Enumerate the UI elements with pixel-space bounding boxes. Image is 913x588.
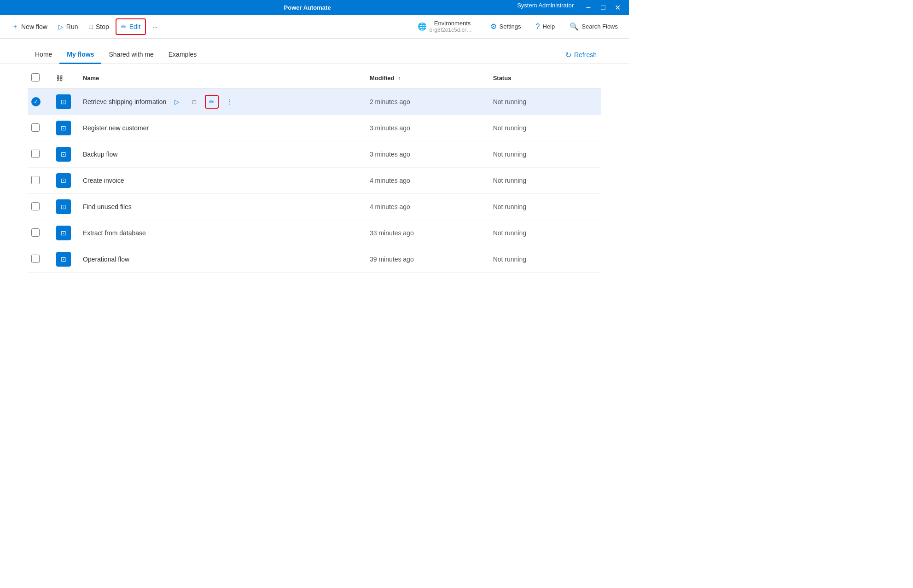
table-row: ⊡Backup flow3 minutes agoNot running (28, 141, 601, 168)
row-name: Extract from database (79, 220, 366, 246)
row-modified: 3 minutes ago (366, 141, 489, 168)
row-icon-cell: ⊡ (52, 220, 79, 246)
title-bar: Power Automate System Administrator – □ … (0, 0, 629, 15)
help-icon: ? (536, 23, 540, 31)
row-modified: 39 minutes ago (366, 246, 489, 273)
search-icon: 🔍 (570, 22, 579, 31)
status-column-header: Status (489, 68, 601, 89)
row-status: Not running (489, 220, 601, 246)
app-title: Power Automate (284, 4, 331, 11)
row-checkbox[interactable] (31, 228, 40, 237)
selected-check-indicator: ✓ (31, 97, 41, 106)
search-button[interactable]: 🔍 Search Flows (566, 19, 622, 34)
row-status: Not running (489, 168, 601, 194)
table-row: ⊡Extract from database33 minutes agoNot … (28, 220, 601, 246)
row-edit-button[interactable]: ✏ (205, 95, 219, 109)
flows-table: ⛓ Name Modified ↑ Status ✓⊡Retrieve ship… (28, 68, 601, 273)
row-checkbox-cell (28, 246, 52, 273)
row-name: Backup flow (79, 141, 366, 168)
minimize-button[interactable]: – (583, 2, 594, 13)
row-status: Not running (489, 89, 601, 115)
tab-shared-with-me[interactable]: Shared with me (101, 46, 161, 64)
plus-icon: ＋ (12, 23, 18, 31)
main-content: ⛓ Name Modified ↑ Status ✓⊡Retrieve ship… (0, 68, 629, 273)
row-run-button[interactable]: ▷ (170, 95, 184, 109)
row-checkbox-cell: ✓ (28, 89, 52, 115)
help-button[interactable]: ? Help (532, 20, 559, 34)
checkbox-icon: □ (192, 99, 196, 105)
row-name: Retrieve shipping information▷□✏⋮ (79, 89, 366, 115)
stop-button[interactable]: □ Stop (84, 18, 113, 35)
flow-type-icon: ⊡ (56, 147, 71, 162)
more-icon: ⋮ (226, 98, 233, 105)
flow-name-text: Extract from database (83, 229, 146, 237)
row-modified: 33 minutes ago (366, 220, 489, 246)
user-label: System Administrator (517, 2, 574, 13)
flow-type-icon: ⊡ (56, 199, 71, 214)
select-all-checkbox[interactable] (31, 73, 40, 82)
nav-tabs: Home My flows Shared with me Examples (28, 46, 204, 64)
row-name: Operational flow (79, 246, 366, 273)
table-row: ✓⊡Retrieve shipping information▷□✏⋮2 min… (28, 89, 601, 115)
tab-my-flows[interactable]: My flows (59, 46, 101, 64)
flow-type-icon: ⊡ (56, 226, 71, 240)
row-name: Create invoice (79, 168, 366, 194)
row-modified: 3 minutes ago (366, 115, 489, 141)
row-checkbox-cell (28, 115, 52, 141)
row-status: Not running (489, 115, 601, 141)
tab-home[interactable]: Home (28, 46, 59, 64)
icon-col-header: ⛓ (52, 68, 79, 89)
more-button[interactable]: ··· (148, 18, 163, 35)
row-name: Find unused files (79, 194, 366, 220)
flow-type-icon: ⊡ (56, 94, 71, 109)
row-icon-cell: ⊡ (52, 115, 79, 141)
row-select-button[interactable]: □ (187, 95, 201, 109)
row-checkbox[interactable] (31, 176, 40, 184)
row-icon-cell: ⊡ (52, 89, 79, 115)
environments-icon: 🌐 (418, 22, 427, 31)
row-icon-cell: ⊡ (52, 168, 79, 194)
row-checkbox-cell (28, 220, 52, 246)
name-column-header: Name (79, 68, 366, 89)
row-icon-cell: ⊡ (52, 246, 79, 273)
flow-type-icon-header: ⛓ (56, 75, 63, 82)
sort-icon: ↑ (398, 75, 401, 82)
row-checkbox[interactable] (31, 123, 40, 132)
row-status: Not running (489, 141, 601, 168)
table-row: ⊡Operational flow39 minutes agoNot runni… (28, 246, 601, 273)
close-button[interactable]: ✕ (612, 2, 623, 13)
new-flow-button[interactable]: ＋ New flow (7, 18, 52, 35)
table-row: ⊡Register new customer3 minutes agoNot r… (28, 115, 601, 141)
settings-button[interactable]: ⚙ Settings (487, 19, 525, 34)
table-row: ⊡Find unused files4 minutes agoNot runni… (28, 194, 601, 220)
table-row: ⊡Create invoice4 minutes agoNot running (28, 168, 601, 194)
row-checkbox[interactable] (31, 202, 40, 210)
row-icon-cell: ⊡ (52, 141, 79, 168)
run-icon: ▷ (58, 23, 64, 30)
flow-type-icon: ⊡ (56, 173, 71, 188)
environments-button[interactable]: 🌐 Environments org8f2e1c5d.crm4.dynamics… (414, 17, 479, 36)
window-controls: System Administrator – □ ✕ (517, 2, 623, 13)
modified-column-header: Modified ↑ (366, 68, 489, 89)
refresh-button[interactable]: ↻ Refresh (561, 48, 601, 62)
row-checkbox-cell (28, 168, 52, 194)
settings-icon: ⚙ (490, 22, 497, 31)
row-checkbox[interactable] (31, 150, 40, 158)
flow-name-text: Backup flow (83, 151, 117, 158)
edit-icon: ✏ (121, 23, 127, 30)
row-icon-cell: ⊡ (52, 194, 79, 220)
flow-name-text: Retrieve shipping information (83, 98, 166, 105)
run-button[interactable]: ▷ Run (54, 18, 83, 35)
edit-button[interactable]: ✏ Edit (116, 18, 146, 35)
row-modified: 2 minutes ago (366, 89, 489, 115)
tab-examples[interactable]: Examples (161, 46, 204, 64)
play-icon: ▷ (174, 98, 180, 105)
row-checkbox[interactable] (31, 255, 40, 263)
row-checkbox-cell (28, 141, 52, 168)
toolbar-right: 🌐 Environments org8f2e1c5d.crm4.dynamics… (414, 17, 622, 36)
row-more-button[interactable]: ⋮ (222, 95, 236, 109)
maximize-button[interactable]: □ (598, 2, 609, 13)
row-status: Not running (489, 194, 601, 220)
select-all-col (28, 68, 52, 89)
flow-name-text: Operational flow (83, 256, 129, 263)
